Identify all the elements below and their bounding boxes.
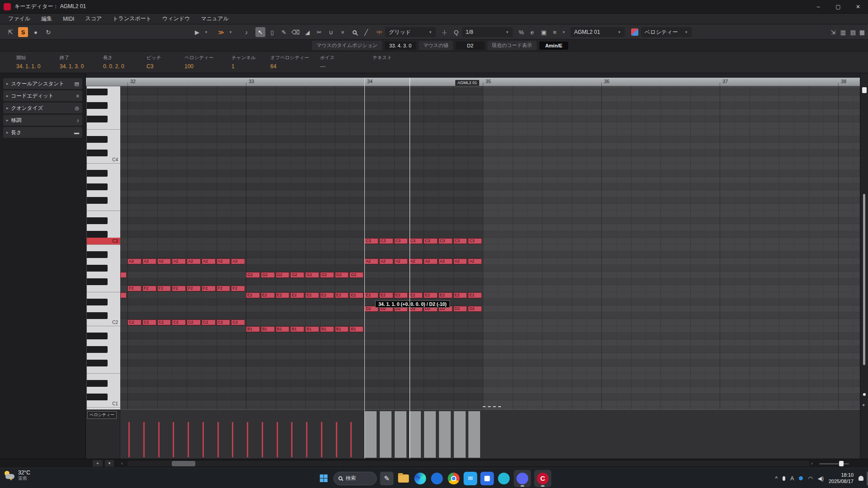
- velocity-bar-selected[interactable]: [380, 411, 392, 458]
- midi-note[interactable]: B1: [290, 326, 304, 332]
- zoom-plus-icon[interactable]: +: [862, 402, 865, 408]
- feedback-dropdown-arrow-icon[interactable]: ▼: [203, 27, 209, 37]
- velocity-bar[interactable]: [247, 422, 248, 457]
- maximize-button[interactable]: ▢: [828, 0, 848, 14]
- midi-note[interactable]: F2: [142, 286, 156, 291]
- velocity-bar[interactable]: [306, 422, 307, 457]
- midi-note[interactable]: E2: [290, 292, 304, 298]
- range-selection-tool[interactable]: ▯: [267, 27, 277, 37]
- panel-section[interactable]: ▸スケールアシスタント▤: [3, 78, 82, 89]
- midi-note[interactable]: E2: [424, 292, 438, 298]
- velocity-bar-selected[interactable]: [439, 411, 451, 458]
- piano-key-black[interactable]: [87, 89, 108, 95]
- midi-note[interactable]: E2: [246, 292, 260, 298]
- quantize-magnet-icon[interactable]: Q: [451, 27, 461, 37]
- panel-section[interactable]: ▸移調♪: [3, 115, 82, 126]
- midi-note[interactable]: C2: [172, 319, 186, 325]
- info-field-value[interactable]: 64: [270, 63, 320, 70]
- velocity-bar-selected[interactable]: [424, 411, 436, 458]
- midi-note[interactable]: A2: [231, 258, 245, 264]
- loop-icon[interactable]: ↻: [43, 27, 53, 37]
- record-icon[interactable]: ●: [31, 27, 41, 37]
- window-layout-left-icon[interactable]: ▥: [838, 27, 848, 37]
- midi-note[interactable]: B1: [276, 326, 290, 332]
- piano-key-black[interactable]: [87, 333, 108, 339]
- midi-note[interactable]: F2: [217, 286, 231, 291]
- midi-note[interactable]: G2: [349, 272, 363, 278]
- velocity-bar[interactable]: [128, 422, 130, 457]
- layers-dropdown-arrow-icon[interactable]: ▼: [561, 27, 567, 37]
- midi-note[interactable]: A2: [202, 258, 216, 264]
- velocity-bar[interactable]: [336, 422, 337, 457]
- info-field-value[interactable]: —: [320, 63, 373, 70]
- info-field-value[interactable]: C3: [146, 63, 184, 70]
- midi-note[interactable]: A2: [157, 258, 171, 264]
- autoscroll-icon[interactable]: ≫: [216, 27, 226, 37]
- midi-note[interactable]: C3: [439, 238, 453, 244]
- velocity-bar-selected[interactable]: [365, 411, 377, 458]
- chrome-browser-icon[interactable]: [447, 472, 461, 485]
- piano-keyboard[interactable]: C4C3C2C1: [87, 86, 120, 409]
- acoustic-feedback-icon[interactable]: ♪: [241, 27, 251, 37]
- wifi-icon[interactable]: ◠: [808, 475, 812, 482]
- blue-app-icon[interactable]: [430, 472, 444, 485]
- controller-lane-dropdown-icon[interactable]: ▼: [105, 460, 114, 467]
- menu-item[interactable]: MIDI: [57, 14, 80, 23]
- midi-note[interactable]: C2: [217, 319, 231, 325]
- midi-note[interactable]: C2: [157, 319, 171, 325]
- midi-note[interactable]: A2: [394, 258, 408, 264]
- color-mode-dropdown[interactable]: ベロシティー ▼: [641, 27, 692, 37]
- midi-note[interactable]: A2: [172, 258, 186, 264]
- midi-note[interactable]: C2: [231, 319, 245, 325]
- info-field-value[interactable]: 100: [184, 63, 231, 70]
- midi-note[interactable]: B1: [261, 326, 275, 332]
- clock[interactable]: 18:10 2025/08/17: [829, 472, 854, 485]
- autoscroll-dropdown-arrow-icon[interactable]: ▼: [227, 27, 234, 37]
- pen-app-icon[interactable]: ✎: [380, 472, 394, 485]
- hidden-icons-chevron-icon[interactable]: ^: [775, 475, 778, 482]
- midi-note[interactable]: C3: [364, 238, 378, 244]
- panel-section[interactable]: ▸コードエディット≡: [3, 90, 82, 101]
- window-layout-mid-icon[interactable]: ▤: [848, 27, 858, 37]
- event-color-chip[interactable]: [631, 28, 638, 36]
- midi-note[interactable]: A2: [468, 258, 482, 264]
- taskbar-search[interactable]: 検索: [334, 472, 377, 485]
- midi-note[interactable]: G2: [320, 272, 334, 278]
- midi-note[interactable]: A2: [187, 258, 201, 264]
- snap-icon[interactable]: >|<: [374, 27, 384, 37]
- menu-item[interactable]: ファイル: [3, 14, 36, 24]
- discord-app-icon[interactable]: [514, 470, 531, 487]
- menu-item[interactable]: スコア: [80, 14, 107, 24]
- midi-note[interactable]: F2: [127, 286, 142, 291]
- midi-note[interactable]: B1: [246, 326, 260, 332]
- part-end-tag[interactable]: AGML2 01: [455, 80, 479, 86]
- midi-note[interactable]: A2: [127, 258, 142, 264]
- trim-tool[interactable]: ◢: [302, 27, 312, 37]
- midi-note[interactable]: A2: [409, 258, 423, 264]
- object-selection-tool[interactable]: ↖: [255, 27, 265, 37]
- piano-key-black[interactable]: [87, 299, 108, 305]
- midi-note[interactable]: F2: [172, 286, 186, 291]
- piano-key-black[interactable]: [87, 150, 108, 156]
- horizontal-scroll-handle[interactable]: [172, 461, 195, 466]
- velocity-bar-selected[interactable]: [454, 411, 466, 458]
- menu-item[interactable]: マニュアル: [195, 14, 234, 24]
- mute-tool[interactable]: ×: [338, 27, 348, 37]
- menu-item[interactable]: トランスポート: [107, 14, 157, 24]
- midi-note[interactable]: E2: [379, 292, 393, 298]
- midi-note[interactable]: E2: [453, 292, 467, 298]
- timeline-ruler[interactable]: AGML2 01 32333435363738: [86, 78, 860, 86]
- midi-note[interactable]: B1: [305, 326, 319, 332]
- panel-section[interactable]: ▸クオンタイズ◎: [3, 103, 82, 113]
- zoom-dot-icon[interactable]: [863, 393, 866, 396]
- midi-note-stub[interactable]: [120, 292, 127, 298]
- info-field-value[interactable]: 34. 1. 1. 0: [16, 63, 60, 70]
- length-quantize-icon[interactable]: -|-: [439, 27, 449, 37]
- info-field-value[interactable]: [373, 63, 436, 70]
- close-button[interactable]: ✕: [848, 0, 868, 14]
- vertical-scrollbar[interactable]: +: [860, 73, 868, 459]
- midi-note[interactable]: E2: [305, 292, 319, 298]
- midi-note-stub[interactable]: [120, 272, 127, 278]
- menu-item[interactable]: 編集: [36, 14, 57, 24]
- midi-note[interactable]: G2: [290, 272, 304, 278]
